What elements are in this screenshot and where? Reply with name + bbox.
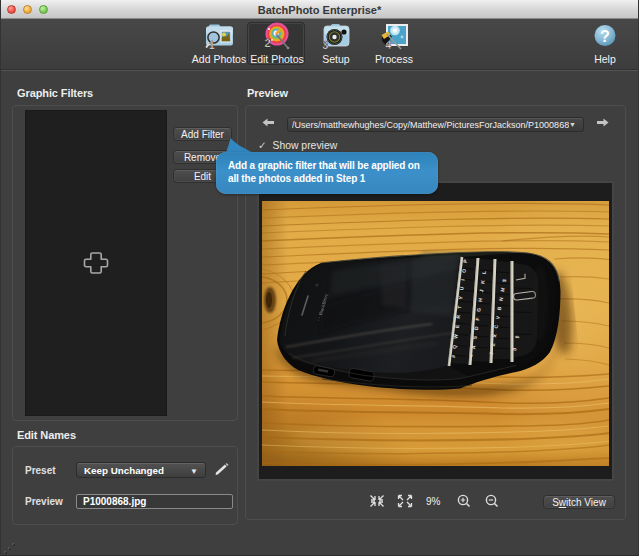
svg-text:3: 3: [323, 39, 329, 51]
svg-text:1: 1: [209, 40, 215, 51]
svg-text:?: ?: [600, 28, 610, 45]
svg-text:4: 4: [386, 39, 392, 51]
svg-text:2: 2: [265, 37, 271, 49]
